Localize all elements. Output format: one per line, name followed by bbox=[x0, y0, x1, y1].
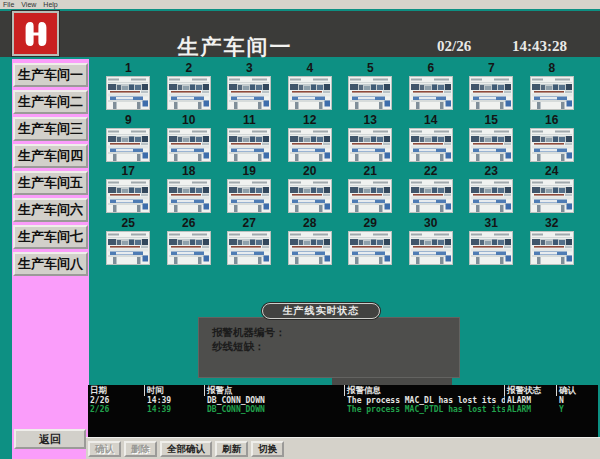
machine-cell[interactable]: 18 bbox=[166, 165, 212, 217]
header-time: 14:43:28 bbox=[512, 38, 567, 55]
machine-cell[interactable]: 21 bbox=[347, 165, 393, 217]
machine-number: 20 bbox=[287, 165, 333, 178]
knitting-machine-icon bbox=[106, 231, 150, 265]
column-header: 时间 bbox=[145, 385, 205, 396]
machine-number: 9 bbox=[105, 114, 151, 127]
sidebar-item-workshop-1[interactable]: 生产车间一 bbox=[13, 63, 88, 87]
knitting-machine-icon bbox=[409, 128, 453, 162]
machine-number: 16 bbox=[529, 114, 575, 127]
company-logo bbox=[12, 11, 59, 56]
machine-cell[interactable]: 30 bbox=[408, 217, 454, 269]
machine-number: 5 bbox=[347, 62, 393, 75]
machine-cell[interactable]: 11 bbox=[226, 114, 272, 166]
return-button[interactable]: 返回 bbox=[14, 429, 86, 449]
machine-cell[interactable]: 15 bbox=[468, 114, 514, 166]
knitting-machine-icon bbox=[227, 179, 271, 213]
sidebar-item-workshop-8[interactable]: 生产车间八 bbox=[13, 252, 88, 276]
knitting-machine-icon bbox=[348, 179, 392, 213]
header-bar: 生产车间一 02/26 14:43:28 bbox=[0, 11, 600, 57]
sidebar-item-workshop-7[interactable]: 生产车间七 bbox=[13, 225, 88, 249]
machine-number: 18 bbox=[166, 165, 212, 178]
menu-item-help[interactable]: Help bbox=[43, 0, 57, 9]
machine-cell[interactable]: 7 bbox=[468, 62, 514, 114]
machine-cell[interactable]: 1 bbox=[105, 62, 151, 114]
machine-number: 12 bbox=[287, 114, 333, 127]
menu-bar: FileViewHelp bbox=[0, 0, 600, 9]
knitting-machine-icon bbox=[530, 179, 574, 213]
switch-button[interactable]: 切换 bbox=[251, 441, 284, 457]
machine-cell[interactable]: 29 bbox=[347, 217, 393, 269]
machine-number: 15 bbox=[468, 114, 514, 127]
machine-number: 31 bbox=[468, 217, 514, 230]
sidebar-item-workshop-4[interactable]: 生产车间四 bbox=[13, 144, 88, 168]
sidebar-item-workshop-2[interactable]: 生产车间二 bbox=[13, 90, 88, 114]
knitting-machine-icon bbox=[167, 179, 211, 213]
machine-number: 7 bbox=[468, 62, 514, 75]
alarm-cell: 14:39 bbox=[145, 405, 205, 414]
alarm-row[interactable]: 2/2614:39DB_CONN_DOWNThe process MAC_PTD… bbox=[88, 405, 598, 414]
knitting-machine-icon bbox=[227, 231, 271, 265]
machine-cell[interactable]: 10 bbox=[166, 114, 212, 166]
machine-cell[interactable]: 2 bbox=[166, 62, 212, 114]
confirm-button[interactable]: 确认 bbox=[88, 441, 121, 457]
machine-cell[interactable]: 8 bbox=[529, 62, 575, 114]
machine-cell[interactable]: 27 bbox=[226, 217, 272, 269]
knitting-machine-icon bbox=[348, 128, 392, 162]
menu-item-view[interactable]: View bbox=[21, 0, 36, 9]
confirm-all-button[interactable]: 全部确认 bbox=[160, 441, 212, 457]
machine-number: 4 bbox=[287, 62, 333, 75]
machine-cell[interactable]: 13 bbox=[347, 114, 393, 166]
alarm-cell: The process MAC_DL has lost its d.. bbox=[345, 396, 505, 405]
knitting-machine-icon bbox=[469, 179, 513, 213]
machine-cell[interactable]: 31 bbox=[468, 217, 514, 269]
machine-cell[interactable]: 26 bbox=[166, 217, 212, 269]
alarm-cell: 14:39 bbox=[145, 396, 205, 405]
app-window: FileViewHelp 生产车间一 02/26 14:43:28 生产车间一生… bbox=[0, 0, 600, 459]
machine-cell[interactable]: 6 bbox=[408, 62, 454, 114]
knitting-machine-icon bbox=[469, 128, 513, 162]
knitting-machine-icon bbox=[106, 76, 150, 110]
machine-cell[interactable]: 23 bbox=[468, 165, 514, 217]
machine-cell[interactable]: 14 bbox=[408, 114, 454, 166]
machine-number: 30 bbox=[408, 217, 454, 230]
sidebar-item-workshop-6[interactable]: 生产车间六 bbox=[13, 198, 88, 222]
machine-cell[interactable]: 12 bbox=[287, 114, 333, 166]
sidebar-item-workshop-5[interactable]: 生产车间五 bbox=[13, 171, 88, 195]
machine-cell[interactable]: 25 bbox=[105, 217, 151, 269]
delete-button[interactable]: 删除 bbox=[124, 441, 157, 457]
page-title: 生产车间一 bbox=[178, 33, 293, 61]
machine-number: 14 bbox=[408, 114, 454, 127]
knitting-machine-icon bbox=[106, 128, 150, 162]
knitting-machine-icon bbox=[348, 76, 392, 110]
knitting-machine-icon bbox=[288, 76, 332, 110]
alarm-table: 日期时间报警点报警信息报警状态确认 2/2614:39DB_CONN_DOWNT… bbox=[88, 385, 598, 437]
machine-cell[interactable]: 4 bbox=[287, 62, 333, 114]
machine-cell[interactable]: 17 bbox=[105, 165, 151, 217]
machine-cell[interactable]: 28 bbox=[287, 217, 333, 269]
machine-number: 24 bbox=[529, 165, 575, 178]
alarm-table-body: 2/2614:39DB_CONN_DOWNThe process MAC_DL … bbox=[88, 396, 598, 414]
menu-item-file[interactable]: File bbox=[3, 0, 14, 9]
machine-cell[interactable]: 32 bbox=[529, 217, 575, 269]
knitting-machine-icon bbox=[288, 179, 332, 213]
machine-cell[interactable]: 16 bbox=[529, 114, 575, 166]
machine-number: 8 bbox=[529, 62, 575, 75]
machine-number: 13 bbox=[347, 114, 393, 127]
machine-number: 6 bbox=[408, 62, 454, 75]
machine-cell[interactable]: 9 bbox=[105, 114, 151, 166]
machine-grid: 1 2 bbox=[98, 62, 582, 268]
sidebar-item-workshop-3[interactable]: 生产车间三 bbox=[13, 117, 88, 141]
knitting-machine-icon bbox=[469, 76, 513, 110]
machine-cell[interactable]: 3 bbox=[226, 62, 272, 114]
alarm-row[interactable]: 2/2614:39DB_CONN_DOWNThe process MAC_DL … bbox=[88, 396, 598, 405]
machine-cell[interactable]: 20 bbox=[287, 165, 333, 217]
machine-cell[interactable]: 24 bbox=[529, 165, 575, 217]
machine-cell[interactable]: 22 bbox=[408, 165, 454, 217]
column-header: 报警信息 bbox=[345, 385, 505, 396]
machine-number: 25 bbox=[105, 217, 151, 230]
knitting-machine-icon bbox=[106, 179, 150, 213]
refresh-button[interactable]: 刷新 bbox=[215, 441, 248, 457]
column-header: 日期 bbox=[88, 385, 145, 396]
machine-cell[interactable]: 19 bbox=[226, 165, 272, 217]
machine-cell[interactable]: 5 bbox=[347, 62, 393, 114]
